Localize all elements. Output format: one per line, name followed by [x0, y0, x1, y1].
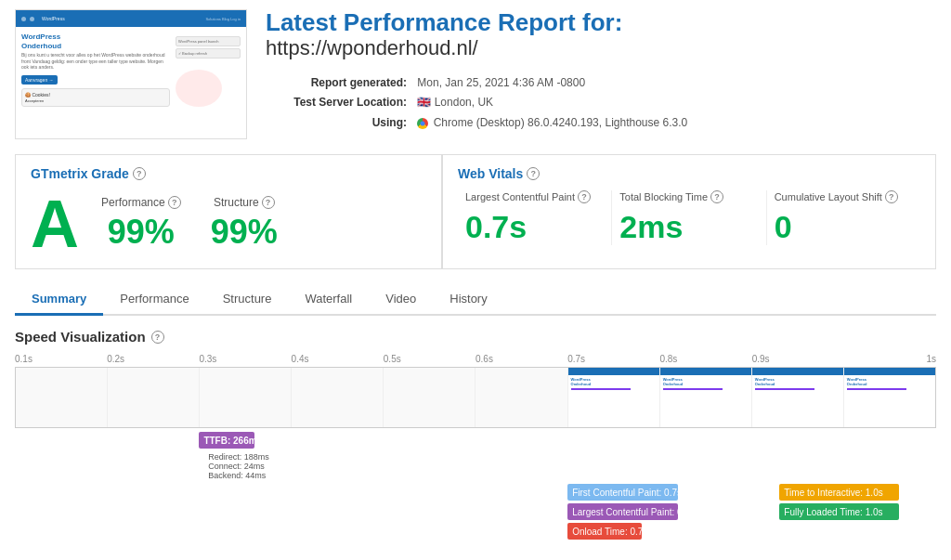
speed-viz-title: Speed Visualization	[15, 329, 146, 345]
tab-summary[interactable]: Summary	[15, 284, 103, 316]
using-value: Chrome (Desktop) 86.0.4240.193, Lighthou…	[434, 116, 688, 129]
ruler-0.6s: 0.6s	[476, 354, 567, 364]
frame-0.9: WordPressOnderhoud	[752, 368, 844, 427]
generated-value: Mon, Jan 25, 2021 4:36 AM -0800	[417, 76, 585, 89]
report-title-1: Latest Performance Report for:	[266, 9, 936, 36]
ruler-1.0s: 1s	[844, 354, 936, 364]
redirect-label: Redirect: 188ms	[208, 452, 269, 462]
fully-loaded-bar: Fully Loaded Time: 1.0s	[779, 503, 899, 520]
fcp-label: First Contentful Paint: 0.7s	[572, 488, 682, 498]
web-vitals-title: Web Vitals ?	[458, 166, 920, 181]
frame-0.2	[108, 368, 200, 427]
metrics-row: GTmetrix Grade ? A Performance ? 99%	[15, 154, 936, 269]
cls-metric: Cumulative Layout Shift ? 0	[767, 190, 920, 245]
tbt-label: Total Blocking Time	[619, 191, 708, 202]
tti-bar: Time to Interactive: 1.0s	[779, 484, 899, 501]
lcp-metric: Largest Contentful Paint ? 0.7s	[458, 190, 612, 245]
tab-history[interactable]: History	[433, 284, 503, 316]
tab-performance[interactable]: Performance	[103, 284, 205, 316]
server-value: London, UK	[435, 96, 493, 109]
frame-1.0: WordPressOnderhoud	[844, 368, 935, 427]
site-screenshot: WordPress Solutions Blog Log in WordPres…	[15, 9, 247, 139]
report-info: Latest Performance Report for: https://w…	[266, 9, 936, 133]
tbt-metric: Total Blocking Time ? 2ms	[612, 190, 766, 245]
web-vitals-title-text: Web Vitals	[458, 166, 523, 181]
structure-metric: Structure ? 99%	[211, 196, 278, 252]
tbt-help-icon[interactable]: ?	[710, 190, 723, 203]
speed-visualization: 0.1s 0.2s 0.3s 0.4s 0.5s 0.6s 0.7s 0.8s …	[15, 354, 936, 560]
tab-waterfall[interactable]: Waterfall	[288, 284, 369, 316]
performance-label: Performance	[101, 196, 165, 209]
performance-help-icon[interactable]: ?	[168, 196, 181, 209]
server-label: Test Server Location:	[266, 93, 414, 113]
web-vitals-panel: Web Vitals ? Largest Contentful Paint ? …	[442, 154, 936, 269]
gtmetrix-title: GTmetrix Grade ?	[31, 166, 426, 181]
lcp-bar-label: Largest Contentful Paint: 0.7s	[572, 507, 695, 517]
cls-label: Cumulative Layout Shift	[775, 191, 882, 202]
gtmetrix-help-icon[interactable]: ?	[133, 167, 146, 180]
tbt-value: 2ms	[619, 209, 758, 245]
generated-label: Report generated:	[266, 73, 414, 94]
connect-label: Connect: 24ms	[208, 462, 265, 471]
ruler-0.8s: 0.8s	[659, 354, 751, 364]
frame-0.4	[292, 368, 384, 427]
ttfb-label: TTFB: 266ms	[203, 436, 262, 446]
tabs-bar: Summary Performance Structure Waterfall …	[15, 284, 936, 316]
ruler-0.9s: 0.9s	[752, 354, 844, 364]
tab-video[interactable]: Video	[369, 284, 433, 316]
ruler-0.2s: 0.2s	[107, 354, 199, 364]
ruler-0.7s: 0.7s	[567, 354, 659, 364]
onload-label: Onload Time: 0.7s	[572, 527, 647, 537]
flag-icon: 🇬🇧	[417, 93, 431, 113]
frames-row: WordPressOnderhoud WordPressOnderhoud Wo…	[15, 367, 936, 428]
frame-0.5	[384, 368, 476, 427]
frame-0.7: WordPressOnderhoud	[568, 368, 660, 427]
backend-label: Backend: 44ms	[208, 471, 266, 480]
speed-viz-heading: Speed Visualization ?	[15, 329, 936, 345]
lcp-value: 0.7s	[465, 209, 604, 245]
lcp-label: Largest Contentful Paint	[465, 191, 575, 202]
structure-help-icon[interactable]: ?	[262, 196, 275, 209]
web-vitals-help-icon[interactable]: ?	[527, 167, 540, 180]
chrome-icon	[417, 118, 428, 129]
frame-0.3	[200, 368, 292, 427]
frame-0.8: WordPressOnderhoud	[660, 368, 752, 427]
ruler-0.1s: 0.1s	[15, 354, 107, 364]
lcp-help-icon[interactable]: ?	[578, 190, 591, 203]
frame-0.6	[476, 368, 567, 427]
ruler-0.5s: 0.5s	[384, 354, 476, 364]
report-title-2: https://wponderhoud.nl/	[266, 36, 936, 60]
fcp-bar: First Contentful Paint: 0.7s	[567, 484, 678, 501]
speed-viz-help-icon[interactable]: ?	[151, 331, 164, 344]
ttfb-bar: TTFB: 266ms	[199, 432, 254, 449]
structure-label: Structure	[214, 196, 259, 209]
ruler-0.4s: 0.4s	[292, 354, 384, 364]
using-label: Using:	[266, 113, 414, 134]
gtmetrix-grade-panel: GTmetrix Grade ? A Performance ? 99%	[15, 154, 442, 269]
tab-structure[interactable]: Structure	[206, 284, 289, 316]
ruler-0.3s: 0.3s	[199, 354, 291, 364]
grade-letter: A	[31, 190, 79, 257]
cls-value: 0	[775, 209, 913, 245]
structure-value: 99%	[211, 213, 278, 252]
gtmetrix-title-text: GTmetrix Grade	[31, 166, 129, 181]
cls-help-icon[interactable]: ?	[885, 190, 898, 203]
fully-loaded-label: Fully Loaded Time: 1.0s	[784, 507, 882, 517]
frame-0.1	[16, 368, 108, 427]
performance-value: 99%	[101, 213, 181, 252]
onload-bar: Onload Time: 0.7s	[567, 523, 641, 540]
tti-label: Time to Interactive: 1.0s	[784, 488, 882, 498]
performance-metric: Performance ? 99%	[101, 196, 181, 252]
report-meta: Report generated: Mon, Jan 25, 2021 4:36…	[266, 73, 936, 134]
lcp-bar: Largest Contentful Paint: 0.7s	[567, 503, 678, 520]
bars-area: TTFB: 266ms Redirect: 188ms Connect: 24m…	[15, 432, 936, 560]
